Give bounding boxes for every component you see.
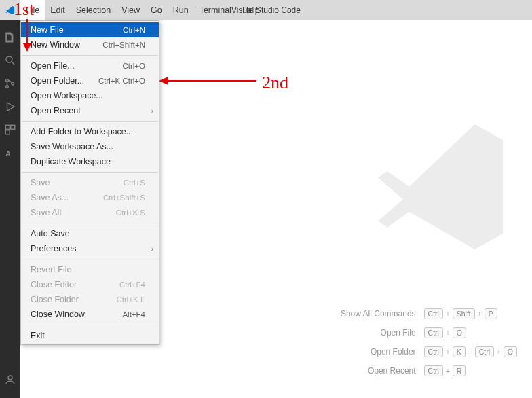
menu-item-label: New Window — [31, 40, 80, 50]
menu-item-shortcut: Ctrl+K F — [117, 295, 146, 304]
menu-item-run[interactable]: Run — [168, 0, 194, 20]
file-menu-add-folder-to-workspace[interactable]: Add Folder to Workspace... — [21, 124, 159, 139]
account-icon[interactable] — [0, 368, 20, 391]
svg-rect-7 — [5, 130, 10, 134]
shortcut-label: Open Recent — [341, 366, 416, 376]
file-menu-close-editor: Close EditorCtrl+F4 — [21, 277, 159, 292]
svg-point-4 — [12, 82, 14, 85]
menu-item-shortcut: Ctrl+K S — [116, 209, 145, 217]
menu-separator — [22, 55, 158, 56]
menu-item-view[interactable]: View — [116, 0, 145, 20]
shortcut-keys: Ctrl+K+Ctrl+O — [424, 346, 517, 357]
key-cap: Shift — [453, 308, 475, 319]
key-cap: Ctrl — [424, 308, 443, 319]
menu-item-label: Close Folder — [31, 295, 79, 304]
welcome-shortcuts: Show All CommandsCtrl+Shift+POpen FileCt… — [341, 308, 517, 376]
file-menu-save-workspace-as[interactable]: Save Workspace As... — [21, 139, 159, 154]
vscode-watermark-icon — [362, 109, 518, 265]
key-cap: O — [504, 346, 517, 357]
app-icon — [0, 5, 20, 16]
menu-item-label: Auto Save — [31, 229, 70, 238]
menu-item-shortcut: Ctrl+Shift+S — [103, 194, 145, 202]
search-icon[interactable] — [0, 49, 20, 72]
shortcut-label: Open File — [341, 328, 416, 338]
shortcut-keys: Ctrl+O — [424, 327, 517, 338]
menu-separator — [22, 223, 158, 223]
menu-item-shortcut: Ctrl+N — [123, 26, 145, 34]
chevron-right-icon: › — [151, 107, 153, 115]
menu-separator — [22, 325, 158, 325]
file-menu-open-recent[interactable]: Open Recent› — [21, 103, 159, 118]
menu-item-shortcut: Alt+F4 — [122, 310, 145, 319]
file-menu-new-window[interactable]: New WindowCtrl+Shift+N — [21, 37, 159, 52]
menu-item-label: Open Folder... — [31, 76, 84, 86]
file-menu-open-file[interactable]: Open File...Ctrl+O — [21, 58, 159, 73]
file-menu-save-all: Save AllCtrl+K S — [21, 205, 159, 220]
menu-item-shortcut: Ctrl+S — [124, 179, 145, 187]
plus-icon: + — [446, 367, 450, 375]
key-cap: R — [453, 365, 466, 376]
svg-text:A: A — [5, 149, 11, 158]
menu-item-label: New File — [31, 25, 64, 35]
key-cap: Ctrl — [475, 346, 494, 357]
menu-separator — [22, 121, 158, 122]
file-menu-dropdown: New FileCtrl+NNew WindowCtrl+Shift+NOpen… — [20, 20, 159, 345]
activity-bar: A — [0, 20, 20, 398]
menu-item-label: Add Folder to Workspace... — [31, 127, 133, 137]
file-menu-preferences[interactable]: Preferences› — [21, 241, 159, 256]
file-menu-save-as: Save As...Ctrl+Shift+S — [21, 190, 159, 205]
menu-item-selection[interactable]: Selection — [71, 0, 116, 20]
file-menu-new-file[interactable]: New FileCtrl+N — [21, 22, 159, 37]
menu-item-shortcut: Ctrl+K Ctrl+O — [98, 77, 145, 85]
menu-item-label: Open Recent — [31, 106, 81, 115]
ai-icon[interactable]: A — [0, 141, 20, 164]
file-menu-save: SaveCtrl+S — [21, 175, 159, 190]
menu-item-shortcut: Ctrl+O — [122, 62, 145, 70]
menu-item-label: Save As... — [31, 193, 69, 202]
key-cap: Ctrl — [424, 346, 443, 357]
menu-item-edit[interactable]: Edit — [45, 0, 71, 20]
shortcut-label: Open Folder — [341, 347, 416, 357]
key-cap: O — [453, 327, 466, 338]
menu-bar: FileEditSelectionViewGoRunTerminalHelp — [20, 0, 265, 20]
menu-item-label: Open Workspace... — [31, 91, 103, 101]
menu-item-label: Open File... — [31, 61, 75, 71]
run-debug-icon[interactable] — [0, 95, 20, 118]
plus-icon: + — [446, 310, 450, 318]
menu-separator — [22, 259, 158, 259]
file-menu-close-folder: Close FolderCtrl+K F — [21, 292, 159, 307]
key-cap: Ctrl — [424, 365, 443, 376]
plus-icon: + — [478, 310, 482, 318]
source-control-icon[interactable] — [0, 72, 20, 95]
shortcut-keys: Ctrl+R — [424, 365, 517, 376]
title-bar: FileEditSelectionViewGoRunTerminalHelp V… — [0, 0, 532, 20]
file-menu-open-folder[interactable]: Open Folder...Ctrl+K Ctrl+O — [21, 73, 159, 88]
plus-icon: + — [468, 348, 472, 356]
menu-item-label: Close Window — [31, 310, 85, 319]
files-icon[interactable] — [0, 26, 20, 49]
extensions-icon[interactable] — [0, 118, 20, 141]
svg-rect-5 — [5, 125, 10, 129]
svg-point-9 — [8, 376, 12, 380]
plus-icon: + — [497, 348, 501, 356]
chevron-right-icon: › — [151, 245, 153, 253]
svg-rect-6 — [11, 125, 15, 129]
file-menu-duplicate-workspace[interactable]: Duplicate Workspace — [21, 154, 159, 169]
file-menu-exit[interactable]: Exit — [21, 328, 159, 343]
svg-point-2 — [6, 79, 9, 82]
menu-separator — [22, 172, 158, 173]
file-menu-close-window[interactable]: Close WindowAlt+F4 — [21, 307, 159, 322]
menu-item-label: Preferences — [31, 244, 76, 253]
shortcut-label: Show All Commands — [341, 309, 416, 319]
menu-item-terminal[interactable]: Terminal — [194, 0, 237, 20]
menu-item-label: Revert File — [31, 265, 71, 274]
file-menu-auto-save[interactable]: Auto Save — [21, 226, 159, 241]
menu-item-label: Save All — [31, 208, 61, 217]
menu-item-file[interactable]: File — [20, 0, 45, 20]
menu-item-go[interactable]: Go — [145, 0, 168, 20]
svg-point-3 — [6, 86, 9, 88]
file-menu-open-workspace[interactable]: Open Workspace... — [21, 88, 159, 103]
svg-line-1 — [12, 62, 15, 65]
menu-item-label: Save Workspace As... — [31, 142, 113, 151]
svg-point-0 — [6, 56, 12, 62]
